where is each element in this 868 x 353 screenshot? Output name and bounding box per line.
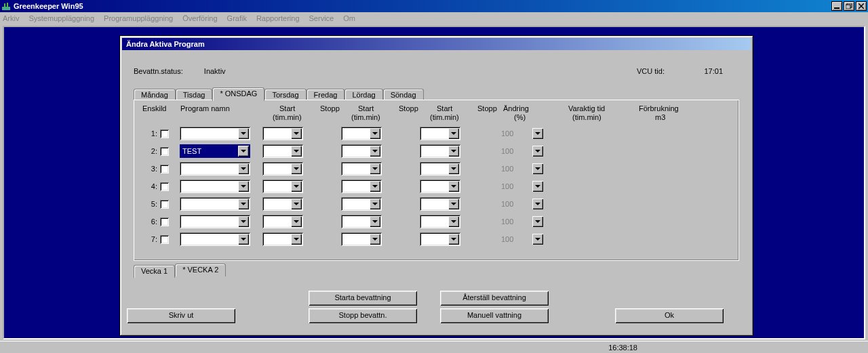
start2-combo[interactable] <box>341 197 382 211</box>
start3-combo[interactable] <box>420 215 460 228</box>
andring-combo[interactable] <box>498 232 545 246</box>
start3-combo[interactable] <box>420 232 460 246</box>
chevron-down-icon[interactable] <box>370 128 380 139</box>
enskild-checkbox[interactable] <box>160 182 169 191</box>
starta-bevattning-button[interactable]: Starta bevattning <box>309 291 417 306</box>
chevron-down-icon[interactable] <box>291 163 302 174</box>
start3-combo[interactable] <box>420 180 460 193</box>
chevron-down-icon[interactable] <box>238 146 249 157</box>
program-namn-combo[interactable] <box>180 215 250 228</box>
chevron-down-icon[interactable] <box>532 199 543 209</box>
chevron-down-icon[interactable] <box>238 199 249 209</box>
chevron-down-icon[interactable] <box>448 199 459 209</box>
chevron-down-icon[interactable] <box>448 216 459 227</box>
chevron-down-icon[interactable] <box>370 234 380 245</box>
chevron-down-icon[interactable] <box>532 234 543 245</box>
enskild-checkbox[interactable] <box>160 200 169 209</box>
chevron-down-icon[interactable] <box>370 216 380 227</box>
andring-combo[interactable] <box>498 197 545 211</box>
program-namn-combo[interactable] <box>180 144 250 158</box>
hdr-andring-sub: (%) <box>514 113 526 121</box>
chevron-down-icon[interactable] <box>532 163 543 174</box>
svg-rect-0 <box>2 7 10 10</box>
menu-rapportering[interactable]: Rapportering <box>256 14 300 22</box>
chevron-down-icon[interactable] <box>291 234 302 245</box>
chevron-down-icon[interactable] <box>238 163 249 174</box>
menu-om[interactable]: Om <box>343 14 355 22</box>
chevron-down-icon[interactable] <box>448 128 459 139</box>
menu-systemupplaggning[interactable]: Systemuppläggning <box>28 14 94 22</box>
menu-arkiv[interactable]: Arkiv <box>3 14 19 22</box>
chevron-down-icon[interactable] <box>291 128 302 139</box>
tab-onsdag[interactable]: * ONSDAG <box>212 87 264 101</box>
menu-service[interactable]: Service <box>309 14 334 22</box>
start2-combo[interactable] <box>341 180 382 193</box>
tab-vecka2[interactable]: * VECKA 2 <box>175 264 226 276</box>
enskild-checkbox[interactable] <box>160 129 169 138</box>
chevron-down-icon[interactable] <box>448 146 459 157</box>
chevron-down-icon[interactable] <box>238 128 249 139</box>
start3-combo[interactable] <box>420 144 460 158</box>
program-namn-combo[interactable] <box>180 180 250 193</box>
enskild-checkbox[interactable] <box>160 165 169 173</box>
start1-combo[interactable] <box>262 180 303 193</box>
start2-combo[interactable] <box>341 162 382 175</box>
start2-combo[interactable] <box>341 127 382 140</box>
enskild-checkbox[interactable] <box>160 235 169 244</box>
tab-vecka1[interactable]: Vecka 1 <box>134 265 175 278</box>
enskild-checkbox[interactable] <box>160 147 169 156</box>
andring-combo[interactable] <box>498 144 545 158</box>
chevron-down-icon[interactable] <box>448 163 459 174</box>
start1-combo[interactable] <box>262 197 303 211</box>
minimize-button[interactable] <box>831 1 842 11</box>
chevron-down-icon[interactable] <box>448 234 459 245</box>
chevron-down-icon[interactable] <box>238 216 249 227</box>
manuell-vattning-button[interactable]: Manuell vattning <box>440 308 549 323</box>
chevron-down-icon[interactable] <box>291 181 302 192</box>
start2-combo[interactable] <box>341 232 382 246</box>
aterstall-bevattning-button[interactable]: Återställ bevattning <box>440 291 549 306</box>
start1-combo[interactable] <box>262 232 303 246</box>
chevron-down-icon[interactable] <box>370 163 380 174</box>
chevron-down-icon[interactable] <box>532 128 543 139</box>
chevron-down-icon[interactable] <box>370 146 380 157</box>
andring-combo[interactable] <box>498 180 545 193</box>
chevron-down-icon[interactable] <box>370 181 380 192</box>
start2-combo[interactable] <box>341 144 382 158</box>
menu-grafik[interactable]: Grafik <box>227 14 247 22</box>
start3-combo[interactable] <box>420 127 460 140</box>
chevron-down-icon[interactable] <box>291 216 302 227</box>
program-namn-combo[interactable] <box>180 197 250 211</box>
program-namn-combo[interactable] <box>180 162 250 175</box>
chevron-down-icon[interactable] <box>291 199 302 209</box>
andring-combo[interactable] <box>498 162 545 175</box>
andring-combo[interactable] <box>498 215 545 228</box>
chevron-down-icon[interactable] <box>291 146 302 157</box>
start1-combo[interactable] <box>262 162 303 175</box>
stopp-bevattn-button[interactable]: Stopp bevattn. <box>309 308 417 323</box>
ok-button[interactable]: Ok <box>615 308 724 323</box>
start1-combo[interactable] <box>262 127 303 140</box>
chevron-down-icon[interactable] <box>238 181 249 192</box>
chevron-down-icon[interactable] <box>238 234 249 245</box>
start2-combo[interactable] <box>341 215 382 228</box>
program-namn-combo[interactable] <box>180 232 250 246</box>
restore-button[interactable] <box>844 1 854 11</box>
skriv-ut-button[interactable]: Skriv ut <box>127 308 235 323</box>
bevattn-status-value: Inaktiv <box>204 67 226 75</box>
chevron-down-icon[interactable] <box>532 181 543 192</box>
andring-combo[interactable] <box>498 127 545 140</box>
menu-overforing[interactable]: Överföring <box>182 14 217 22</box>
chevron-down-icon[interactable] <box>448 181 459 192</box>
program-namn-combo[interactable] <box>180 127 250 140</box>
chevron-down-icon[interactable] <box>532 216 543 227</box>
start1-combo[interactable] <box>262 215 303 228</box>
chevron-down-icon[interactable] <box>370 199 380 209</box>
start3-combo[interactable] <box>420 197 460 211</box>
close-button[interactable] <box>856 1 867 11</box>
enskild-checkbox[interactable] <box>160 217 169 226</box>
chevron-down-icon[interactable] <box>532 146 543 157</box>
menu-programupplaggning[interactable]: Programuppläggning <box>104 14 173 22</box>
start1-combo[interactable] <box>262 144 303 158</box>
start3-combo[interactable] <box>420 162 460 175</box>
